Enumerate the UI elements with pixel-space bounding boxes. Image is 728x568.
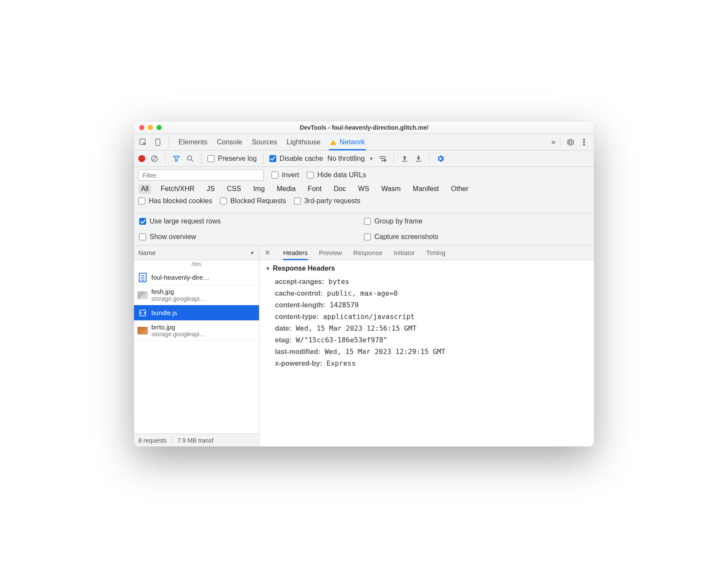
header-row: content-type:application/javascript <box>265 311 588 322</box>
download-har-icon[interactable] <box>414 154 423 163</box>
search-icon[interactable] <box>185 154 195 163</box>
blocked-requests-checkbox[interactable]: Blocked Requests <box>220 197 286 205</box>
upload-har-icon[interactable] <box>400 154 409 163</box>
header-value: Wed, 15 Mar 2023 12:56:15 GMT <box>296 324 416 332</box>
detail-tab-preview[interactable]: Preview <box>319 246 342 260</box>
type-filter-other[interactable]: Other <box>448 184 471 194</box>
type-filter-font[interactable]: Font <box>305 184 324 194</box>
svg-rect-2 <box>333 141 334 143</box>
header-key: x-powered-by: <box>275 360 322 367</box>
header-row: last-modified:Wed, 15 Mar 2023 12:29:15 … <box>265 346 588 357</box>
svg-point-5 <box>583 141 584 143</box>
group-by-frame-label: Group by frame <box>374 217 422 225</box>
type-filter-media[interactable]: Media <box>274 184 298 194</box>
header-value: bytes <box>329 278 349 286</box>
type-filter-img[interactable]: Img <box>251 184 268 194</box>
show-overview-checkbox[interactable]: Show overview <box>139 233 364 241</box>
split-pane: Name ▼ /libsfoul-heavenly-dire…fesh.jpgs… <box>134 246 594 447</box>
large-rows-checkbox[interactable]: Use large request rows <box>139 217 364 225</box>
separator <box>429 153 430 164</box>
request-row[interactable]: foul-heavenly-dire… <box>134 270 259 285</box>
tab-label: Lighthouse <box>287 138 320 146</box>
tab-elements[interactable]: Elements <box>179 134 208 150</box>
type-filter-css[interactable]: CSS <box>224 184 244 194</box>
third-party-checkbox[interactable]: 3rd-party requests <box>294 197 361 205</box>
hide-data-urls-checkbox[interactable]: Hide data URLs <box>307 171 366 179</box>
detail-tab-response[interactable]: Response <box>353 246 383 260</box>
type-filter-all[interactable]: All <box>138 184 151 194</box>
header-key: accept-ranges: <box>275 278 324 286</box>
svg-point-4 <box>583 139 584 140</box>
type-filter-js[interactable]: JS <box>204 184 217 194</box>
blocked-cookies-label: Has blocked cookies <box>149 197 212 205</box>
separator <box>560 137 560 147</box>
device-toolbar-icon[interactable] <box>152 137 163 148</box>
blocked-requests-label: Blocked Requests <box>230 197 286 205</box>
group-by-frame-checkbox[interactable]: Group by frame <box>364 217 589 225</box>
invert-label: Invert <box>282 171 299 179</box>
detail-tab-headers[interactable]: Headers <box>283 246 308 260</box>
throttling-label: No throttling <box>327 155 364 163</box>
preserve-log-checkbox[interactable]: Preserve log <box>208 155 257 163</box>
settings-gear-icon[interactable] <box>565 137 576 148</box>
filter-funnel-icon[interactable] <box>172 154 181 163</box>
svg-point-6 <box>583 144 584 145</box>
invert-checkbox[interactable]: Invert <box>271 171 299 179</box>
network-settings-gear-icon[interactable] <box>436 154 445 163</box>
disable-cache-checkbox[interactable]: Disable cache <box>269 155 323 163</box>
inspect-element-icon[interactable] <box>137 137 149 148</box>
filter-input[interactable] <box>138 169 264 181</box>
more-options-icon[interactable] <box>578 137 590 148</box>
tab-console[interactable]: Console <box>217 134 243 150</box>
request-name: fesh.jpg <box>151 288 205 295</box>
disable-cache-label: Disable cache <box>280 155 323 163</box>
tab-lighthouse[interactable]: Lighthouse <box>287 134 320 150</box>
request-list-panel: Name ▼ /libsfoul-heavenly-dire…fesh.jpgs… <box>134 246 259 447</box>
tab-sources[interactable]: Sources <box>252 134 277 150</box>
zoom-window-button[interactable] <box>156 125 162 130</box>
request-row[interactable]: brrto.jpgstorage.googleapi… <box>134 321 259 341</box>
response-headers-section[interactable]: ▼ Response Headers <box>265 265 588 272</box>
detail-tab-initiator[interactable]: Initiator <box>394 246 415 260</box>
request-row[interactable]: fesh.jpgstorage.googleapi… <box>134 285 259 305</box>
detail-tabs: ✕ HeadersPreviewResponseInitiatorTiming <box>259 246 594 260</box>
tab-label: Elements <box>179 138 208 146</box>
throttling-select[interactable]: No throttling ▼ <box>327 155 374 163</box>
type-filter-doc[interactable]: Doc <box>331 184 348 194</box>
tab-network[interactable]: Network <box>330 134 365 150</box>
disclosure-triangle-icon: ▼ <box>265 266 270 271</box>
request-text: fesh.jpgstorage.googleapi… <box>151 288 205 302</box>
panel-tabs: ElementsConsoleSourcesLighthouseNetwork … <box>134 134 594 150</box>
clear-icon[interactable] <box>150 154 159 163</box>
type-filter-fetch-xhr[interactable]: Fetch/XHR <box>158 184 197 194</box>
record-button[interactable] <box>138 155 145 162</box>
type-filter-wasm[interactable]: Wasm <box>379 184 403 194</box>
header-key: date: <box>275 325 291 332</box>
blocked-cookies-checkbox[interactable]: Has blocked cookies <box>138 197 212 205</box>
header-row: accept-ranges:bytes <box>265 276 588 287</box>
detail-tab-timing[interactable]: Timing <box>426 246 445 260</box>
request-text: foul-heavenly-dire… <box>151 274 209 281</box>
close-window-button[interactable] <box>139 125 144 130</box>
separator <box>169 137 169 147</box>
close-detail-button[interactable]: ✕ <box>263 249 272 257</box>
request-row[interactable]: bundle.js <box>134 305 259 321</box>
network-conditions-icon[interactable] <box>378 154 387 163</box>
header-value: 1428579 <box>329 301 358 309</box>
chevron-down-icon: ▼ <box>250 250 255 255</box>
headers-pane: ▼ Response Headers accept-ranges:bytesca… <box>259 260 594 373</box>
separator <box>201 153 201 164</box>
devtools-window: DevTools - foul-heavenly-direction.glitc… <box>134 121 594 447</box>
more-tabs-button[interactable]: » <box>551 137 556 147</box>
capture-screenshots-checkbox[interactable]: Capture screenshots <box>364 233 589 241</box>
type-filter-manifest[interactable]: Manifest <box>410 184 441 194</box>
request-text: brrto.jpgstorage.googleapi… <box>151 323 205 338</box>
network-toolbar: Preserve log Disable cache No throttling… <box>134 150 594 167</box>
minimize-window-button[interactable] <box>148 125 153 130</box>
list-header[interactable]: Name ▼ <box>134 246 259 260</box>
header-key: last-modified: <box>275 348 320 356</box>
header-row: date:Wed, 15 Mar 2023 12:56:15 GMT <box>265 322 588 334</box>
type-filter-ws[interactable]: WS <box>355 184 372 194</box>
section-title: Response Headers <box>273 265 335 272</box>
filter-area: Invert Hide data URLs AllFetch/XHRJSCSSI… <box>134 167 594 213</box>
